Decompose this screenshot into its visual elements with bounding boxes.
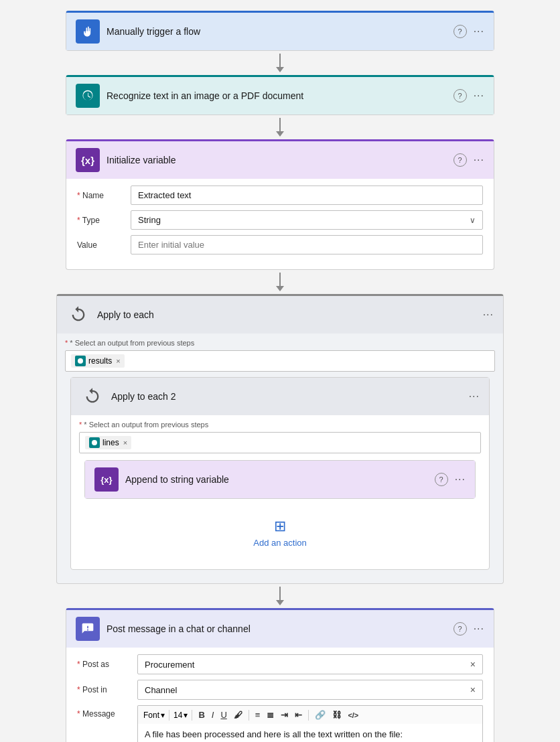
trigger-more-button[interactable]: ··· xyxy=(474,25,484,38)
apply-each2-card: Apply to each 2 ··· * Select an output f… xyxy=(70,377,490,570)
connector-arrow-4 xyxy=(276,600,284,605)
bullet-list-button[interactable]: ≡ xyxy=(253,709,263,721)
init-var-more-button[interactable]: ··· xyxy=(474,154,484,166)
bold-button[interactable]: B xyxy=(196,709,206,721)
post-as-select[interactable]: Procurement × xyxy=(137,654,483,674)
init-var-title: Initialize variable xyxy=(107,155,447,165)
lines-tag-close[interactable]: × xyxy=(123,439,127,447)
apply-each-select-label: * Select an output from previous steps xyxy=(65,339,495,347)
post-in-label: Post in xyxy=(77,685,137,694)
connector-line-1 xyxy=(279,54,281,67)
init-var-icon: {x} xyxy=(76,148,100,172)
init-var-card: {x} Initialize variable ? ··· Name Type … xyxy=(66,139,494,270)
post-as-label: Post as xyxy=(77,660,137,669)
post-in-row: Post in Channel × xyxy=(77,680,483,700)
connector-arrow-2 xyxy=(276,131,284,137)
type-value: String xyxy=(138,215,161,225)
flow-canvas: Manually trigger a flow ? ··· Recognize … xyxy=(11,11,549,742)
svg-point-0 xyxy=(78,358,83,364)
value-input[interactable] xyxy=(131,235,483,254)
trigger-title: Manually trigger a flow xyxy=(107,26,447,37)
results-tag-close[interactable]: × xyxy=(116,357,120,365)
apply-each-header: Apply to each ··· xyxy=(57,296,503,333)
post-in-select[interactable]: Channel × xyxy=(137,680,483,700)
italic-button[interactable]: I xyxy=(210,709,216,721)
connector-1 xyxy=(276,51,284,75)
post-message-title: Post message in a chat or channel xyxy=(107,623,447,634)
append-var-actions: ? ··· xyxy=(435,473,466,486)
ocr-actions: ? ··· xyxy=(453,89,484,102)
trigger-card-header: Manually trigger a flow ? ··· xyxy=(66,13,494,50)
append-var-icon: {x} xyxy=(94,467,119,492)
font-size-value: 14 xyxy=(173,711,182,720)
connector-3 xyxy=(276,270,284,294)
toolbar-sep-1 xyxy=(169,710,169,721)
connector-line-3 xyxy=(279,273,281,286)
post-as-value: Procurement xyxy=(145,660,194,670)
type-select[interactable]: String ∨ xyxy=(131,210,483,230)
apply-each-tag-input[interactable]: results × xyxy=(65,350,495,372)
indent-button[interactable]: ⇥ xyxy=(279,709,290,721)
ocr-card: Recognize text in an image or a PDF docu… xyxy=(66,75,494,115)
ocr-help-button[interactable]: ? xyxy=(453,89,467,102)
apply-each2-more-button[interactable]: ··· xyxy=(469,390,480,402)
font-label: Font xyxy=(143,711,159,720)
unlink-button[interactable]: ⛓ xyxy=(330,709,343,721)
results-tag-text: results xyxy=(88,356,112,366)
message-area[interactable]: A file has been processed and here is al… xyxy=(137,724,483,742)
init-var-body: Name Type String ∨ Value xyxy=(66,179,494,269)
connector-arrow-1 xyxy=(276,67,284,72)
underline-button[interactable]: U xyxy=(218,709,228,721)
append-var-more-button[interactable]: ··· xyxy=(455,473,466,486)
ocr-icon xyxy=(76,84,100,108)
trigger-help-button[interactable]: ? xyxy=(453,25,467,38)
ocr-title: Recognize text in an image or a PDF docu… xyxy=(107,90,447,101)
add-action-icon: ⊞ xyxy=(274,518,286,535)
init-var-header: {x} Initialize variable ? ··· xyxy=(66,141,494,179)
post-as-clear-button[interactable]: × xyxy=(470,659,476,670)
lines-tag-text: lines xyxy=(102,438,119,447)
apply-each-actions: ··· xyxy=(483,309,494,321)
message-row: Message Font ▾ 14 ▾ B xyxy=(77,705,483,742)
paint-button[interactable]: 🖌 xyxy=(232,709,244,721)
ocr-more-button[interactable]: ··· xyxy=(474,90,484,102)
connector-2 xyxy=(276,115,284,139)
name-input[interactable] xyxy=(131,186,483,205)
numbered-list-button[interactable]: ≣ xyxy=(265,709,276,721)
apply-each-icon xyxy=(66,303,90,327)
post-in-value: Channel xyxy=(145,685,177,695)
name-row: Name xyxy=(77,186,483,205)
message-editor: Font ▾ 14 ▾ B I U 🖌 xyxy=(137,705,483,742)
type-row: Type String ∨ xyxy=(77,210,483,230)
lines-tag-icon xyxy=(89,437,100,448)
name-label: Name xyxy=(77,191,131,200)
font-select[interactable]: Font ▾ xyxy=(143,711,165,720)
apply-each2-actions: ··· xyxy=(469,390,480,402)
font-size-select[interactable]: 14 ▾ xyxy=(173,711,188,720)
code-button[interactable]: </> xyxy=(346,710,360,721)
value-label: Value xyxy=(77,240,131,250)
post-message-body: Post as Procurement × Post in Channel × … xyxy=(66,648,494,742)
post-message-card: Post message in a chat or channel ? ··· … xyxy=(66,608,494,742)
post-message-help-button[interactable]: ? xyxy=(453,622,467,636)
outdent-button[interactable]: ⇤ xyxy=(293,709,304,721)
apply-each2-icon xyxy=(80,384,104,409)
message-text: A file has been processed and here is al… xyxy=(145,729,476,739)
append-var-card: {x} Append to string variable ? ··· xyxy=(84,460,476,499)
init-var-actions: ? ··· xyxy=(453,153,484,167)
link-button[interactable]: 🔗 xyxy=(313,709,328,721)
post-in-clear-button[interactable]: × xyxy=(470,684,476,695)
post-message-more-button[interactable]: ··· xyxy=(474,623,484,635)
toolbar-sep-4 xyxy=(308,710,309,721)
post-as-row: Post as Procurement × xyxy=(77,654,483,674)
connector-4 xyxy=(276,584,284,608)
apply-each2-tag-input[interactable]: lines × xyxy=(79,432,481,453)
init-var-help-button[interactable]: ? xyxy=(453,153,467,167)
apply-each-more-button[interactable]: ··· xyxy=(483,309,494,321)
ocr-card-header: Recognize text in an image or a PDF docu… xyxy=(66,77,494,115)
add-action-button[interactable]: ⊞ Add an action xyxy=(79,504,481,561)
apply-each2-title: Apply to each 2 xyxy=(111,391,462,402)
value-row: Value xyxy=(77,235,483,254)
connector-arrow-3 xyxy=(276,286,284,291)
append-var-help-button[interactable]: ? xyxy=(435,473,448,486)
